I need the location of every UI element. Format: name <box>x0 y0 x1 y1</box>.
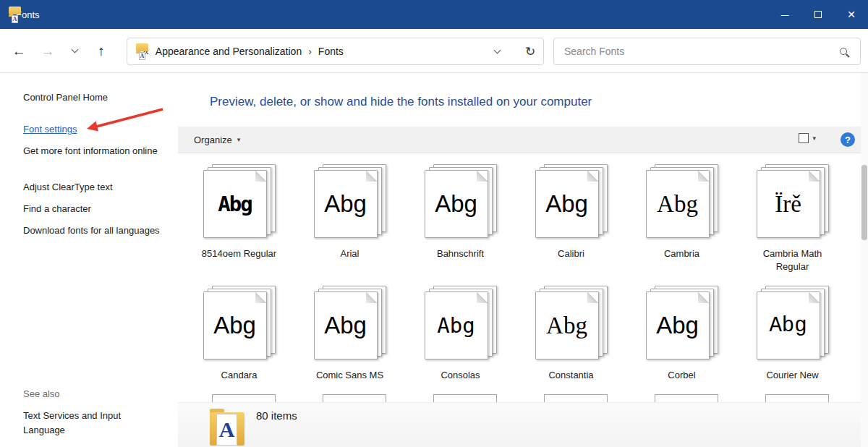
sidebar-item-find-character[interactable]: Find a character <box>23 202 162 216</box>
page-fold-icon <box>366 292 377 303</box>
font-file-icon: Abg <box>425 164 497 239</box>
organize-label: Organize <box>194 135 232 145</box>
font-tile[interactable]: Abg Comic Sans MS <box>294 283 405 382</box>
font-tile[interactable]: Abg Calibri <box>516 161 626 273</box>
main-content: Preview, delete, or show and hide the fo… <box>178 73 861 447</box>
view-tiles-icon <box>799 133 809 143</box>
font-name-label: Calibri <box>558 247 584 260</box>
search-input[interactable] <box>564 46 840 57</box>
search-icon[interactable] <box>840 48 847 55</box>
maximize-button[interactable] <box>801 0 835 29</box>
page-title: Preview, delete, or show and hide the fo… <box>210 95 592 109</box>
vertical-scrollbar[interactable] <box>861 73 868 447</box>
up-icon: ↑ <box>98 43 105 59</box>
recent-locations-button[interactable] <box>65 29 84 73</box>
sidebar-item-download-fonts[interactable]: Download fonts for all languages <box>23 224 162 238</box>
close-button[interactable]: × <box>835 0 868 29</box>
page-fold-icon <box>477 292 488 303</box>
font-tile-partial[interactable] <box>626 394 737 402</box>
page-fold-icon <box>255 292 266 303</box>
font-name-label: Candara <box>221 369 258 382</box>
sidebar-item-text-services[interactable]: Text Services and Input Language <box>23 409 162 438</box>
address-bar[interactable]: A « Appearance and Personalization › Fon… <box>127 38 544 65</box>
page-fold-icon <box>477 171 488 182</box>
up-button[interactable]: ↑ <box>90 29 113 73</box>
font-grid-row-2: Abg Candara Abg Comic Sans MS Abg Consol… <box>184 283 848 382</box>
font-file-icon: Abg <box>757 286 829 361</box>
font-name-label: Arial <box>340 247 359 260</box>
scrollbar-thumb[interactable] <box>861 165 867 240</box>
page-fold-icon <box>587 292 598 303</box>
font-name-label: Courier New <box>766 369 818 382</box>
font-tile[interactable]: Abg Arial <box>294 161 405 273</box>
font-file-icon: Abg <box>535 286 608 361</box>
page-fold-icon <box>587 171 598 182</box>
font-tile[interactable]: Abg 8514oem Regular <box>184 161 294 273</box>
chevron-down-icon: ▾ <box>812 135 816 142</box>
font-file-icon: Abg <box>646 286 718 361</box>
titlebar[interactable]: A Fonts ─ × <box>0 0 868 29</box>
forward-button[interactable]: → <box>36 29 59 73</box>
font-name-label: Bahnschrift <box>437 247 484 260</box>
details-pane: A 80 items <box>178 402 861 447</box>
organize-button[interactable]: Organize ▾ <box>194 127 240 153</box>
command-bar: Organize ▾ ▾ ? <box>178 127 861 153</box>
sidebar-item-control-panel-home[interactable]: Control Panel Home <box>23 90 162 105</box>
font-tile[interactable]: Abg Bahnschrift <box>405 161 516 273</box>
font-tile-partial[interactable] <box>516 394 626 402</box>
fonts-folder-icon: A <box>210 408 244 447</box>
back-button[interactable]: ← <box>7 29 30 73</box>
font-preview-glyphs: Abg <box>657 191 698 218</box>
chevron-down-icon <box>71 46 78 54</box>
font-tile[interactable]: Abg Cambria <box>626 161 737 273</box>
minimize-button[interactable]: ─ <box>768 0 801 29</box>
search-box <box>553 38 861 65</box>
font-preview-glyphs: Abg <box>545 190 588 218</box>
font-name-label: 8514oem Regular <box>202 247 276 260</box>
font-tile-partial[interactable] <box>737 394 848 402</box>
help-icon: ? <box>845 135 851 145</box>
font-file-icon: Abg <box>535 164 608 239</box>
font-tile[interactable]: Abg Courier New <box>737 283 848 382</box>
font-preview-glyphs: Abg <box>656 312 699 339</box>
sidebar-item-font-settings[interactable]: Font settings <box>23 122 77 137</box>
page-fold-icon <box>809 171 820 182</box>
font-name-label: Corbel <box>668 369 695 382</box>
font-tile-partial[interactable] <box>405 394 516 402</box>
font-name-label: Constantia <box>548 369 593 382</box>
font-file-icon: Abg <box>314 286 386 361</box>
change-view-button[interactable]: ▾ <box>799 133 816 143</box>
help-button[interactable]: ? <box>841 132 855 147</box>
page-fold-icon <box>255 171 266 182</box>
minimize-icon: ─ <box>781 9 789 21</box>
font-preview-glyphs: Abg <box>546 312 587 339</box>
font-tile[interactable]: Abg Consolas <box>405 283 516 382</box>
font-tile[interactable]: Abg Constantia <box>516 283 626 382</box>
sidebar-item-get-more-font-info[interactable]: Get more font information online <box>23 144 162 158</box>
font-preview-glyphs: Abg <box>435 190 477 218</box>
font-preview-glyphs: Abg <box>324 190 367 218</box>
page-fold-icon <box>366 171 377 182</box>
refresh-icon: ↻ <box>525 44 535 59</box>
font-tile-partial[interactable] <box>184 394 294 402</box>
page-fold-icon <box>809 292 820 303</box>
address-dropdown-button[interactable] <box>488 38 506 64</box>
font-preview-glyphs: Ïrě <box>775 191 801 218</box>
back-icon: ← <box>12 43 26 59</box>
font-tile[interactable]: Abg Corbel <box>626 283 737 382</box>
breadcrumb-appearance-personalization[interactable]: Appearance and Personalization <box>156 46 302 57</box>
navigation-bar: ← → ↑ A « Appearance and Personalization… <box>0 29 868 73</box>
font-tile-partial[interactable] <box>294 394 405 402</box>
font-file-icon: Abg <box>425 286 497 361</box>
font-preview-glyphs: Abg <box>769 314 807 338</box>
refresh-button[interactable]: ↻ <box>519 38 541 64</box>
font-tile[interactable]: Ïrě Cambria Math Regular <box>737 161 848 273</box>
font-tile[interactable]: Abg Candara <box>184 283 294 382</box>
sidebar-item-adjust-cleartype[interactable]: Adjust ClearType text <box>23 180 162 195</box>
font-preview-glyphs: Abg <box>218 192 251 216</box>
font-preview-glyphs: Abg <box>324 312 367 339</box>
breadcrumb-separator-icon: › <box>308 46 312 57</box>
item-count: 80 items <box>256 409 297 422</box>
close-icon: × <box>847 7 855 22</box>
breadcrumb-fonts[interactable]: Fonts <box>318 46 344 57</box>
